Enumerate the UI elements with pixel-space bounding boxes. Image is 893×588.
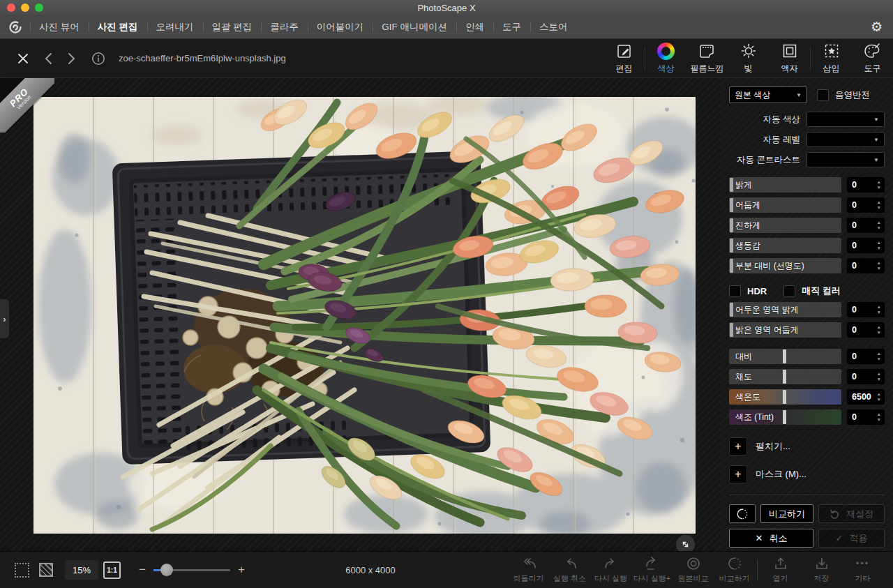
zoom-out-icon[interactable]: − xyxy=(139,563,146,577)
reset-button[interactable]: 재설정 xyxy=(818,504,885,523)
menu-tab-combine[interactable]: 이어붙이기 xyxy=(308,15,373,38)
tool-film[interactable]: 필름느낌 xyxy=(686,39,728,77)
actual-size-button[interactable]: 1:1 xyxy=(103,561,121,579)
menu-tab-gif[interactable]: GIF 애니메이션 xyxy=(373,15,456,38)
image-dimensions: 6000 x 4000 xyxy=(345,565,396,575)
slider-clarity-spinbox[interactable]: 0▲▼ xyxy=(847,258,885,273)
slider-brighten-spinbox[interactable]: 0▲▼ xyxy=(847,177,885,193)
color-preset-dropdown[interactable]: 원본 색상 ▼ xyxy=(729,86,807,103)
slider-deepen: 진하게 0▲▼ xyxy=(729,218,885,233)
slider-deepen-track[interactable]: 진하게 xyxy=(729,218,841,233)
slider-shadows-spinbox[interactable]: 0▲▼ xyxy=(847,302,885,317)
tool-light[interactable]: 빛 xyxy=(728,39,769,77)
background-pattern-icon[interactable] xyxy=(39,563,53,577)
slider-shadows-track[interactable]: 어두운 영역 밝게 xyxy=(729,302,841,317)
auto-color-label: 자동 색상 xyxy=(729,114,806,126)
dropdown-arrow-icon: ▼ xyxy=(796,92,802,98)
slider-highlights-track[interactable]: 밝은 영역 어둡게 xyxy=(729,322,841,338)
zoom-slider-knob[interactable] xyxy=(160,564,173,576)
slider-shadows: 어두운 영역 밝게 0▲▼ xyxy=(729,302,885,317)
tool-frame[interactable]: 액자 xyxy=(769,39,810,77)
expand-row[interactable]: + 펼치기... xyxy=(729,437,885,455)
menu-tab-store[interactable]: 스토어 xyxy=(530,15,577,38)
menu-tab-editor[interactable]: 사진 편집 xyxy=(89,15,147,38)
slider-deepen-spinbox[interactable]: 0▲▼ xyxy=(847,218,885,233)
slider-clarity-track[interactable]: 부분 대비 (선명도) xyxy=(729,258,841,273)
action-open[interactable]: 열기 xyxy=(760,557,801,584)
spin-down-icon: ▼ xyxy=(877,206,881,211)
zoom-slider[interactable] xyxy=(153,569,230,571)
tool-light-label: 빛 xyxy=(744,63,753,75)
slider-brighten-track[interactable]: 밝게 xyxy=(729,177,841,193)
tool-insert[interactable]: 삽입 xyxy=(811,39,852,77)
color-wheel-icon xyxy=(657,43,675,60)
image-resize-handle[interactable] xyxy=(676,535,695,551)
slider-tint-track[interactable]: 색조 (Tint) xyxy=(729,409,841,425)
slider-saturation-track[interactable]: 채도 xyxy=(729,369,841,384)
action-compare-original[interactable]: 원본비교 xyxy=(673,557,714,584)
slider-contrast-spinbox[interactable]: 0▲▼ xyxy=(847,349,885,364)
save-icon xyxy=(814,557,830,571)
tool-color[interactable]: 색상 xyxy=(645,39,686,77)
action-revert[interactable]: 되돌리기 xyxy=(508,557,549,584)
slider-vibrance-spinbox[interactable]: 0▲▼ xyxy=(847,238,885,253)
zoom-level[interactable]: 15% xyxy=(65,560,98,580)
cancel-button[interactable]: ✕ 취소 xyxy=(729,529,813,548)
spin-down-icon: ▼ xyxy=(877,266,881,271)
slider-color-temperature-track[interactable]: 색온도 xyxy=(729,389,841,405)
slider-color-temperature: 색온도 6500▲▼ xyxy=(729,389,885,405)
auto-level-dropdown[interactable]: ▼ xyxy=(806,132,885,147)
action-save[interactable]: 저장 xyxy=(801,557,842,584)
check-icon: ✓ xyxy=(836,533,843,543)
next-image-icon[interactable] xyxy=(61,48,82,69)
menu-tab-cutout[interactable]: 오려내기 xyxy=(147,15,203,38)
auto-color-dropdown[interactable]: ▼ xyxy=(806,112,885,127)
close-image-icon[interactable] xyxy=(13,48,33,69)
slider-color-temperature-spinbox[interactable]: 6500▲▼ xyxy=(847,389,885,405)
action-compare[interactable]: 비교하기 xyxy=(714,557,755,584)
zoom-in-icon[interactable]: + xyxy=(238,563,245,577)
window-title: PhotoScape X xyxy=(0,3,893,13)
action-undo[interactable]: 실행 취소 xyxy=(549,557,590,584)
magic-color-checkbox[interactable] xyxy=(783,285,795,297)
statusbar: 15% 1:1 − + 6000 x 4000 되돌리기 실행 취소 xyxy=(0,551,893,588)
settings-gear-icon[interactable]: ⚙ xyxy=(871,20,883,33)
invert-checkbox[interactable] xyxy=(817,89,829,101)
spin-down-icon: ▼ xyxy=(877,357,881,362)
slider-brighten: 밝게 0▲▼ xyxy=(729,177,885,193)
auto-contrast-label: 자동 콘트라스트 xyxy=(729,154,806,166)
action-redo[interactable]: 다시 실행 xyxy=(590,557,631,584)
previous-image-icon[interactable] xyxy=(38,48,59,69)
spin-up-icon: ▲ xyxy=(877,412,881,417)
edit-mode-tools: 편집 색상 필름느낌 빛 xyxy=(603,39,893,77)
slider-tint-spinbox[interactable]: 0▲▼ xyxy=(847,409,885,425)
slider-saturation-spinbox[interactable]: 0▲▼ xyxy=(847,369,885,384)
apply-button[interactable]: ✓ 적용 xyxy=(818,529,885,548)
info-icon[interactable] xyxy=(88,48,109,69)
slider-darken-spinbox[interactable]: 0▲▼ xyxy=(847,197,885,213)
slider-darken-track[interactable]: 어둡게 xyxy=(729,197,841,213)
spin-down-icon: ▼ xyxy=(877,377,881,382)
hdr-checkbox[interactable] xyxy=(729,285,741,297)
compare-toggle-button[interactable] xyxy=(729,504,756,523)
mask-row[interactable]: + 마스크 (M)... xyxy=(729,465,885,483)
slider-highlights-spinbox[interactable]: 0▲▼ xyxy=(847,322,885,338)
tool-tools-label: 도구 xyxy=(864,63,881,75)
open-icon xyxy=(773,557,788,571)
tool-tools[interactable]: 도구 xyxy=(852,39,893,77)
tool-edit[interactable]: 편집 xyxy=(603,39,645,77)
selection-tool-icon[interactable] xyxy=(15,563,29,578)
action-more[interactable]: ••• 기타 xyxy=(842,557,883,584)
menu-tab-print[interactable]: 인쇄 xyxy=(456,15,493,38)
menu-tab-collage[interactable]: 콜라주 xyxy=(261,15,308,38)
menu-tab-batch[interactable]: 일괄 편집 xyxy=(203,15,262,38)
auto-contrast-dropdown[interactable]: ▼ xyxy=(806,152,885,167)
menu-tab-viewer[interactable]: 사진 뷰어 xyxy=(30,15,89,38)
sidebar-expander[interactable]: › xyxy=(0,299,9,338)
pro-version-badge: PRO Version xyxy=(0,78,54,133)
slider-contrast-track[interactable]: 대비 xyxy=(729,349,841,364)
compare-button[interactable]: 비교하기 xyxy=(760,504,813,523)
menu-tab-tools[interactable]: 도구 xyxy=(493,15,530,38)
action-redo-plus[interactable]: 다시 실행+ xyxy=(631,557,673,584)
slider-vibrance-track[interactable]: 생동감 xyxy=(729,238,841,253)
